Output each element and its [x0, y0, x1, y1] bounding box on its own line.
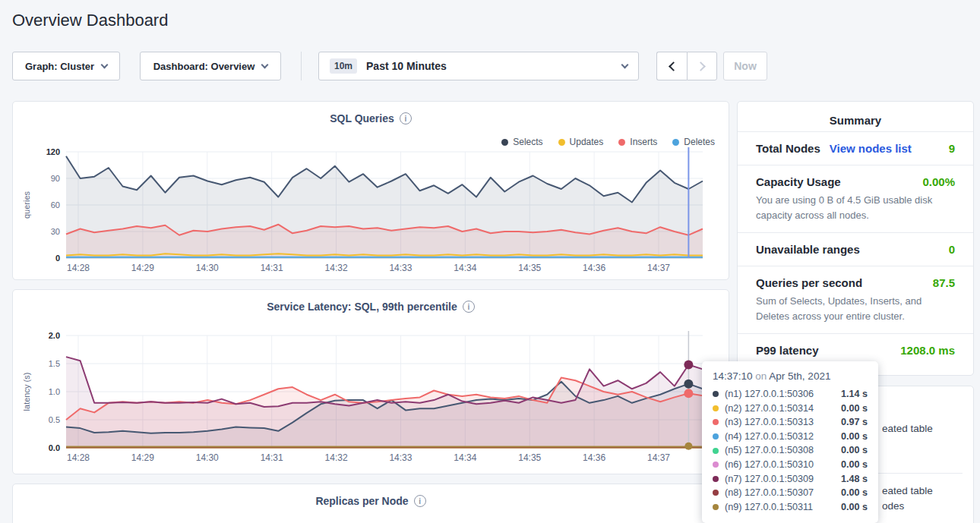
sql-chart-title-text: SQL Queries [330, 112, 394, 124]
tooltip-connector: on [753, 370, 770, 382]
node-address: (n9) 127.0.0.1:50311 [725, 500, 813, 515]
latency-chart[interactable]: 14:2814:2914:3014:3114:3214:3314:3414:35… [19, 328, 724, 466]
sql-queries-chart[interactable]: 14:2814:2914:3014:3114:3214:3314:3414:35… [19, 144, 724, 276]
event-item-fragment: odes [882, 500, 904, 512]
replicas-panel: Replicas per Node i [12, 484, 729, 523]
node-address: (n2) 127.0.0.1:50314 [725, 402, 814, 416]
node-latency-value: 0.97 s [841, 415, 868, 430]
tooltip-row: (n5) 127.0.0.1:503080.00 s [713, 443, 868, 458]
time-range-label: Past 10 Minutes [366, 60, 447, 72]
controls-divider [301, 52, 302, 80]
node-latency-value: 1.14 s [841, 387, 868, 402]
tooltip-row: (n2) 127.0.0.1:503140.00 s [713, 402, 868, 416]
node-color-dot-icon [713, 448, 719, 454]
dashboard-dropdown-label: Dashboard: Overview [153, 61, 255, 72]
node-color-dot-icon [713, 504, 719, 510]
node-address: (n7) 127.0.0.1:50309 [725, 472, 814, 487]
page-title: Overview Dashboard [12, 11, 168, 30]
node-latency-value: 0.00 s [841, 443, 868, 458]
chevron-down-icon [621, 61, 629, 68]
time-range-selector[interactable]: 10m Past 10 Minutes [318, 52, 639, 80]
sql-chart-title: SQL Queries i [13, 102, 729, 124]
y-tick-label: 1.0 [49, 387, 60, 396]
latency-panel: Service Latency: SQL, 99th percentile i … [12, 289, 729, 474]
y-tick-label: 0 [55, 254, 60, 263]
chevron-down-icon [261, 61, 269, 68]
summary-row-qps: Queries per second 87.5 Sum of Selects, … [738, 266, 973, 333]
x-tick-label: 14:30 [196, 263, 219, 273]
info-icon[interactable]: i [414, 495, 426, 507]
tooltip-row: (n4) 127.0.0.1:503120.00 s [713, 430, 868, 444]
next-time-button[interactable] [687, 52, 717, 80]
event-item-fragment: eated table [882, 423, 933, 434]
event-item-fragment: eated table [882, 485, 933, 496]
chevron-right-icon [696, 61, 706, 71]
x-tick-label: 14:28 [67, 263, 90, 273]
prev-time-button[interactable] [656, 52, 687, 80]
node-color-dot-icon [713, 476, 719, 482]
node-color-dot-icon [713, 405, 719, 411]
node-latency-value: 0.00 s [841, 486, 868, 500]
x-tick-label: 14:36 [583, 452, 605, 463]
replicas-chart-title: Replicas per Node i [13, 484, 729, 507]
replicas-chart-title-text: Replicas per Node [315, 495, 408, 507]
node-address: (n1) 127.0.0.1:50306 [725, 387, 814, 402]
tooltip-timestamp: 14:37:10 on Apr 5th, 2021 [713, 370, 868, 382]
latency-chart-title: Service Latency: SQL, 99th percentile i [13, 290, 729, 313]
summary-panel: Summary Total Nodes View nodes list 9 Ca… [737, 101, 974, 376]
graph-dropdown[interactable]: Graph: Cluster [12, 52, 120, 80]
y-tick-label: 30 [51, 227, 60, 236]
x-tick-label: 14:33 [389, 263, 412, 273]
controls-bar: Graph: Cluster Dashboard: Overview 10m P… [0, 52, 980, 80]
capacity-caption: You are using 0 B of 4.5 GiB usable disk… [756, 193, 955, 222]
node-latency-value: 0.00 s [841, 500, 868, 515]
node-address: (n3) 127.0.0.1:50313 [725, 415, 814, 430]
x-tick-label: 14:37 [647, 452, 670, 463]
summary-row-capacity: Capacity Usage 0.00% You are using 0 B o… [738, 165, 973, 232]
total-nodes-value: 9 [949, 142, 955, 155]
capacity-label: Capacity Usage [756, 175, 841, 188]
summary-row-total-nodes: Total Nodes View nodes list 9 [738, 131, 973, 165]
x-tick-label: 14:35 [518, 263, 541, 273]
y-axis-title: queries [22, 191, 31, 219]
view-nodes-link[interactable]: View nodes list [830, 142, 912, 155]
y-tick-label: 1.5 [49, 359, 60, 368]
node-address: (n4) 127.0.0.1:50312 [725, 430, 814, 444]
info-icon[interactable]: i [463, 301, 475, 313]
latency-tooltip: 14:37:10 on Apr 5th, 2021 (n1) 127.0.0.1… [702, 361, 878, 523]
y-tick-label: 90 [51, 174, 60, 183]
graph-dropdown-label: Graph: Cluster [25, 61, 94, 72]
x-tick-label: 14:31 [261, 452, 283, 463]
y-tick-label: 0.5 [49, 415, 60, 424]
x-tick-label: 14:34 [454, 263, 476, 273]
tooltip-rows: (n1) 127.0.0.1:503061.14 s(n2) 127.0.0.1… [713, 387, 868, 514]
x-tick-label: 14:36 [583, 263, 605, 273]
p99-label: P99 latency [756, 344, 819, 357]
y-tick-label: 0.0 [49, 443, 60, 452]
qps-caption: Sum of Selects, Updates, Inserts, and De… [756, 294, 955, 323]
node-color-dot-icon [713, 490, 719, 496]
tooltip-row: (n8) 127.0.0.1:503070.00 s [713, 486, 868, 500]
time-range-badge: 10m [330, 58, 357, 74]
x-tick-label: 14:37 [647, 263, 670, 273]
x-tick-label: 14:29 [131, 263, 154, 273]
qps-value: 87.5 [933, 276, 955, 289]
now-button[interactable]: Now [723, 52, 767, 80]
x-tick-label: 14:28 [67, 452, 90, 463]
info-icon[interactable]: i [400, 112, 412, 124]
node-latency-value: 1.48 s [841, 472, 868, 487]
y-tick-label: 120 [46, 147, 60, 156]
tooltip-date: Apr 5th, 2021 [769, 370, 830, 382]
summary-title: Summary [738, 102, 973, 131]
x-tick-label: 14:32 [325, 452, 348, 463]
dashboard-dropdown[interactable]: Dashboard: Overview [140, 52, 281, 80]
x-tick-label: 14:29 [131, 452, 154, 463]
unavailable-label: Unavailable ranges [756, 243, 860, 256]
tooltip-row: (n7) 127.0.0.1:503091.48 s [713, 472, 868, 487]
node-color-dot-icon [713, 462, 719, 468]
time-step-buttons [656, 52, 717, 80]
x-tick-label: 14:32 [325, 263, 348, 273]
chevron-down-icon [101, 61, 109, 68]
y-tick-label: 2.0 [49, 331, 60, 340]
chevron-left-icon [669, 61, 678, 71]
